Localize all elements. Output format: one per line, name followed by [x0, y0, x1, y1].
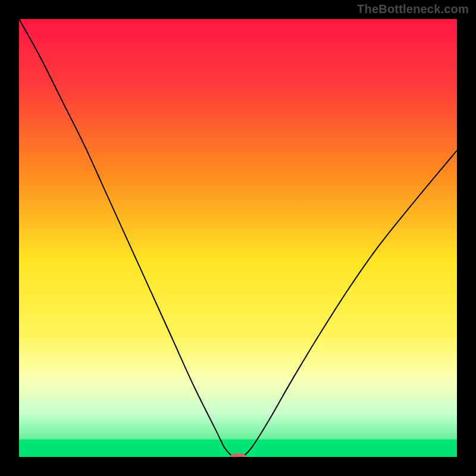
watermark-label: TheBottleneck.com — [357, 2, 469, 16]
bottleneck-chart — [19, 19, 457, 457]
gradient-background — [19, 19, 457, 457]
chart-frame: TheBottleneck.com — [0, 0, 476, 476]
